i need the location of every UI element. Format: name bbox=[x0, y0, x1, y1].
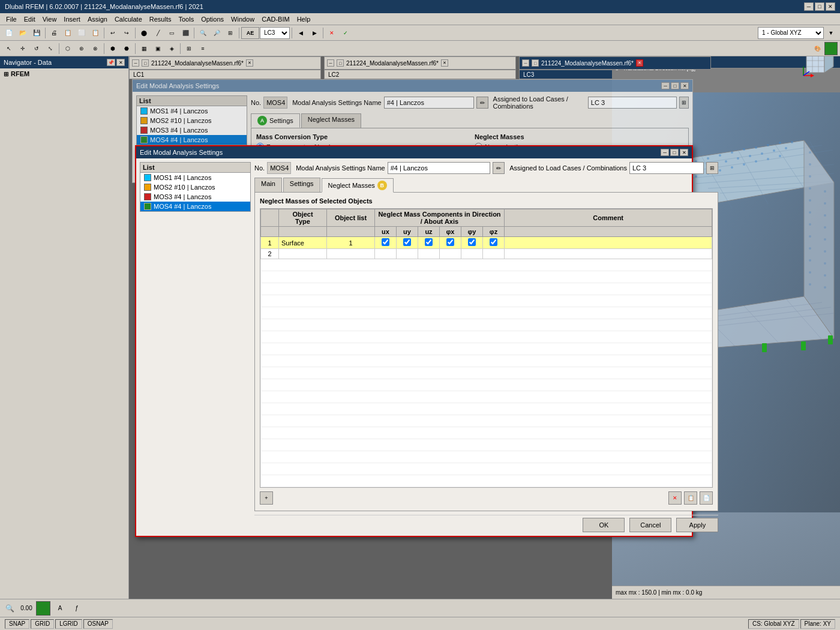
front-tab-main[interactable]: Main bbox=[254, 178, 282, 192]
tb2-btn6[interactable]: ▦ bbox=[137, 42, 151, 55]
cell-pz-2[interactable] bbox=[483, 249, 505, 259]
list-item-mos3-front[interactable]: MOS3 #4 | Lanczos bbox=[140, 192, 250, 202]
cb-uz-1[interactable] bbox=[425, 238, 433, 246]
cancel-button[interactable]: Cancel bbox=[629, 518, 671, 532]
apply-button[interactable]: Apply bbox=[676, 518, 718, 532]
bottom-formula-btn[interactable]: ƒ bbox=[70, 601, 84, 616]
tb-undo[interactable]: ↩ bbox=[106, 26, 119, 40]
mdi-tab1-restore[interactable]: ─ bbox=[132, 59, 139, 67]
menu-calculate[interactable]: Calculate bbox=[111, 14, 146, 24]
dialog-back-max-btn[interactable]: □ bbox=[671, 82, 679, 89]
dialog-back-min-btn[interactable]: ─ bbox=[661, 82, 670, 89]
mdi-tab3-max[interactable]: □ bbox=[532, 59, 539, 67]
tb2-layers[interactable]: ≡ bbox=[196, 42, 209, 55]
table-paste-btn[interactable]: 📄 bbox=[700, 491, 713, 505]
tb2-btn8[interactable]: ◈ bbox=[165, 42, 178, 55]
menu-file[interactable]: File bbox=[2, 14, 20, 24]
table-row-empty[interactable] bbox=[261, 343, 712, 355]
table-row[interactable]: 1 Surface 1 bbox=[261, 237, 712, 249]
table-row-empty[interactable] bbox=[261, 331, 712, 343]
table-row-empty[interactable] bbox=[261, 271, 712, 283]
tb-print[interactable]: 🖨 bbox=[47, 26, 61, 40]
list-item-mos4-front[interactable]: MOS4 #4 | Lanczos bbox=[140, 202, 250, 211]
tb2-move[interactable]: ✛ bbox=[16, 42, 29, 55]
tb2-btn1[interactable]: ⬡ bbox=[61, 42, 74, 55]
cell-comment-2[interactable] bbox=[505, 249, 712, 259]
cell-type-1[interactable]: Surface bbox=[279, 237, 327, 249]
navigator-rfem-item[interactable]: ⊞ RFEM bbox=[0, 68, 128, 79]
table-row-empty[interactable] bbox=[261, 403, 712, 415]
tb2-btn4[interactable]: ⬢ bbox=[106, 42, 119, 55]
tb-line[interactable]: ╱ bbox=[151, 26, 164, 40]
menu-edit[interactable]: Edit bbox=[20, 14, 39, 24]
tb-node[interactable]: ⬤ bbox=[137, 26, 151, 40]
table-row-empty[interactable] bbox=[261, 439, 712, 451]
table-add-btn[interactable]: + bbox=[260, 491, 273, 505]
table-row-empty[interactable] bbox=[261, 367, 712, 379]
ok-button[interactable]: OK bbox=[583, 518, 625, 532]
table-row-empty[interactable] bbox=[261, 391, 712, 403]
front-tab-settings[interactable]: Settings bbox=[283, 178, 320, 192]
tb2-rotate[interactable]: ↺ bbox=[30, 42, 43, 55]
bottom-text-btn[interactable]: A bbox=[53, 601, 67, 616]
table-row-empty[interactable] bbox=[261, 415, 712, 427]
cell-pz-1[interactable] bbox=[483, 237, 505, 249]
cell-ux-2[interactable] bbox=[375, 249, 397, 259]
tb-redo[interactable]: ↪ bbox=[120, 26, 133, 40]
list-item-mos4-back[interactable]: MOS4 #4 | Lanczos bbox=[137, 135, 247, 145]
cell-comment-1[interactable] bbox=[505, 237, 712, 249]
mdi-tab2-max[interactable]: □ bbox=[337, 59, 344, 67]
cell-uz-1[interactable] bbox=[418, 237, 440, 249]
bottom-search-btn[interactable]: 🔍 bbox=[2, 601, 17, 616]
menu-cad-bim[interactable]: CAD-BIM bbox=[258, 14, 293, 24]
dialog-back-close-btn[interactable]: ✕ bbox=[680, 82, 689, 89]
tb-ae[interactable]: AE bbox=[241, 27, 259, 39]
menu-help[interactable]: Help bbox=[293, 14, 314, 24]
table-row-empty[interactable] bbox=[261, 379, 712, 391]
tb2-btn3[interactable]: ⊗ bbox=[89, 42, 102, 55]
front-tab-neglect[interactable]: Neglect Masses B bbox=[322, 178, 394, 193]
tb-solid[interactable]: ⬛ bbox=[179, 26, 192, 40]
cb-px-1[interactable] bbox=[446, 238, 454, 246]
navigator-pin-btn[interactable]: 📌 bbox=[107, 59, 115, 66]
tb-surf[interactable]: ▭ bbox=[165, 26, 178, 40]
cell-uy-2[interactable] bbox=[397, 249, 418, 259]
menu-insert[interactable]: Insert bbox=[60, 14, 84, 24]
front-name-edit-btn[interactable]: ✏ bbox=[493, 162, 505, 174]
tb-new[interactable]: 📄 bbox=[2, 26, 16, 40]
tb-check[interactable]: ✓ bbox=[339, 26, 352, 40]
cell-list-2[interactable] bbox=[327, 249, 375, 259]
tb-copy[interactable]: ⬜ bbox=[75, 26, 88, 40]
view-cube-icon[interactable] bbox=[800, 56, 836, 79]
tb2-btn7[interactable]: ▣ bbox=[151, 42, 164, 55]
tb-zoom-fit[interactable]: ⊞ bbox=[224, 26, 237, 40]
menu-results[interactable]: Results bbox=[146, 14, 175, 24]
cell-px-1[interactable] bbox=[440, 237, 461, 249]
tb-next[interactable]: ▶ bbox=[308, 26, 321, 40]
menu-assign[interactable]: Assign bbox=[84, 14, 111, 24]
tb-zoom-in[interactable]: 🔍 bbox=[196, 26, 209, 40]
bottom-green-btn[interactable] bbox=[36, 601, 50, 616]
back-name-edit-btn[interactable]: ✏ bbox=[476, 97, 488, 109]
tb-load-case-select[interactable]: LC3 LC1 LC2 bbox=[260, 27, 290, 39]
tb2-scale[interactable]: ⤡ bbox=[44, 42, 57, 55]
close-button[interactable]: ✕ bbox=[826, 2, 835, 11]
cb-py-1[interactable] bbox=[468, 238, 476, 246]
tb-paste[interactable]: 📋 bbox=[89, 26, 102, 40]
tb2-color-btn[interactable]: 🎨 bbox=[811, 42, 824, 55]
cb-uy-1[interactable] bbox=[403, 238, 411, 246]
tb2-btn5[interactable]: ⬣ bbox=[120, 42, 133, 55]
cell-py-2[interactable] bbox=[461, 249, 483, 259]
tb-prev[interactable]: ◀ bbox=[294, 26, 307, 40]
table-row-empty[interactable] bbox=[261, 451, 712, 463]
tb-view-btn[interactable]: ▼ bbox=[824, 26, 838, 40]
tb-open[interactable]: 📂 bbox=[16, 26, 29, 40]
table-row-empty[interactable] bbox=[261, 463, 712, 475]
back-name-input[interactable] bbox=[384, 97, 474, 109]
mdi-tab1-max[interactable]: □ bbox=[142, 59, 149, 67]
menu-options[interactable]: Options bbox=[197, 14, 227, 24]
cell-uy-1[interactable] bbox=[397, 237, 418, 249]
cell-ux-1[interactable] bbox=[375, 237, 397, 249]
mdi-tab3-restore[interactable]: ─ bbox=[522, 59, 529, 67]
cell-list-1[interactable]: 1 bbox=[327, 237, 375, 249]
